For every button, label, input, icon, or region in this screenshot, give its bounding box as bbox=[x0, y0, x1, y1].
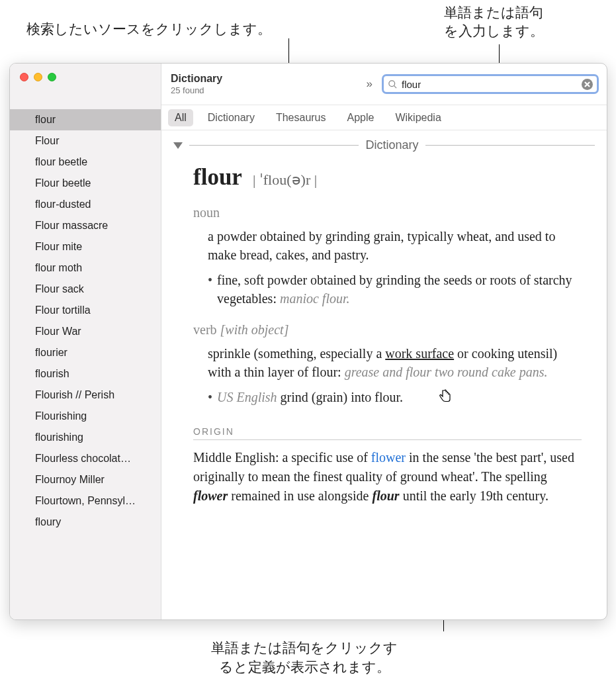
window-title: Dictionary bbox=[171, 73, 357, 85]
sidebar-item[interactable]: flour beetle bbox=[10, 152, 161, 173]
sidebar-item[interactable]: Flour bbox=[10, 130, 161, 152]
source-tab-thesaurus[interactable]: Thesaurus bbox=[269, 109, 333, 126]
sidebar-item[interactable]: Flour tortilla bbox=[10, 300, 161, 321]
section-header[interactable]: Dictionary bbox=[161, 130, 607, 152]
close-icon bbox=[584, 81, 590, 87]
definition-noun: a powder obtained by grinding grain, typ… bbox=[208, 227, 582, 308]
source-tab-all[interactable]: All bbox=[168, 109, 193, 126]
sub-definition: fine, soft powder obtained by grinding t… bbox=[208, 271, 582, 308]
sub-definition: US English grind (grain) into flour. bbox=[208, 388, 582, 406]
sidebar-item[interactable]: Flour War bbox=[10, 321, 161, 342]
source-tab-wikipedia[interactable]: Wikipedia bbox=[388, 109, 447, 126]
minimize-button[interactable] bbox=[34, 73, 42, 81]
definition-content: flour | ˈflou(ə)r | noun a powder obtain… bbox=[161, 152, 607, 512]
dictionary-window: flourFlourflour beetleFlour beetleflour-… bbox=[9, 63, 607, 620]
sidebar-item[interactable]: Flour sack bbox=[10, 279, 161, 300]
main-pane: Dictionary 25 found » AllDictionaryThesa… bbox=[161, 64, 607, 619]
inline-link-flower[interactable]: flower bbox=[371, 450, 406, 465]
svg-line-1 bbox=[394, 85, 396, 88]
sidebar-item[interactable]: Flour beetle bbox=[10, 173, 161, 194]
svg-point-0 bbox=[389, 80, 395, 86]
sidebar-item[interactable]: Flour massacre bbox=[10, 215, 161, 236]
search-icon bbox=[388, 79, 398, 89]
sidebar-item[interactable]: Flournoy Miller bbox=[10, 469, 161, 490]
part-of-speech-noun: noun bbox=[193, 205, 582, 220]
sidebar: flourFlourflour beetleFlour beetleflour-… bbox=[10, 64, 161, 619]
window-controls bbox=[10, 64, 161, 88]
sidebar-item[interactable]: flourish bbox=[10, 363, 161, 385]
sidebar-item[interactable]: flour bbox=[10, 109, 161, 130]
headword: flour bbox=[193, 164, 242, 190]
sidebar-item[interactable]: flourishing bbox=[10, 427, 161, 448]
more-sources-icon[interactable]: » bbox=[364, 77, 375, 91]
clear-search-button[interactable] bbox=[582, 79, 593, 90]
source-tabs: AllDictionaryThesaurusAppleWikipedia bbox=[161, 105, 607, 130]
sidebar-item[interactable]: Flourish // Perish bbox=[10, 385, 161, 406]
results-count: 25 found bbox=[171, 85, 357, 95]
pronunciation: | ˈflou(ə)r | bbox=[253, 171, 317, 188]
sidebar-item[interactable]: Flourtown, Pennsyl… bbox=[10, 490, 161, 512]
results-list[interactable]: flourFlourflour beetleFlour beetleflour-… bbox=[10, 88, 161, 619]
source-tab-apple[interactable]: Apple bbox=[341, 109, 381, 126]
section-title: Dictionary bbox=[365, 138, 418, 152]
sidebar-item[interactable]: flour-dusted bbox=[10, 194, 161, 215]
callout-search: 単語または語句 を入力します。 bbox=[418, 3, 570, 41]
part-of-speech-verb: verb [with object] bbox=[193, 322, 582, 338]
source-tab-dictionary[interactable]: Dictionary bbox=[201, 109, 261, 126]
definition-verb: sprinkle (something, especially a work s… bbox=[208, 344, 582, 406]
origin-heading: ORIGIN bbox=[193, 426, 582, 440]
sidebar-item[interactable]: flourier bbox=[10, 342, 161, 363]
sidebar-item[interactable]: flour moth bbox=[10, 257, 161, 279]
sidebar-item[interactable]: floury bbox=[10, 512, 161, 533]
search-field[interactable] bbox=[382, 74, 599, 94]
sidebar-item[interactable]: Flourishing bbox=[10, 406, 161, 427]
callout-source: 検索したいソースをクリックします。 bbox=[26, 20, 271, 38]
close-button[interactable] bbox=[20, 73, 28, 81]
zoom-button[interactable] bbox=[48, 73, 56, 81]
sidebar-item[interactable]: Flourless chocolat… bbox=[10, 448, 161, 469]
disclosure-triangle-icon[interactable] bbox=[173, 142, 183, 149]
title-block: Dictionary 25 found bbox=[171, 73, 357, 95]
sidebar-item[interactable]: Flour mite bbox=[10, 236, 161, 257]
callout-click-word: 単語または語句をクリックす ると定義が表示されます。 bbox=[192, 639, 417, 676]
toolbar: Dictionary 25 found » bbox=[161, 64, 607, 105]
origin-text: Middle English: a specific use of flower… bbox=[193, 448, 582, 506]
inline-link-work-surface[interactable]: work surface bbox=[385, 346, 454, 361]
search-input[interactable] bbox=[402, 79, 578, 90]
